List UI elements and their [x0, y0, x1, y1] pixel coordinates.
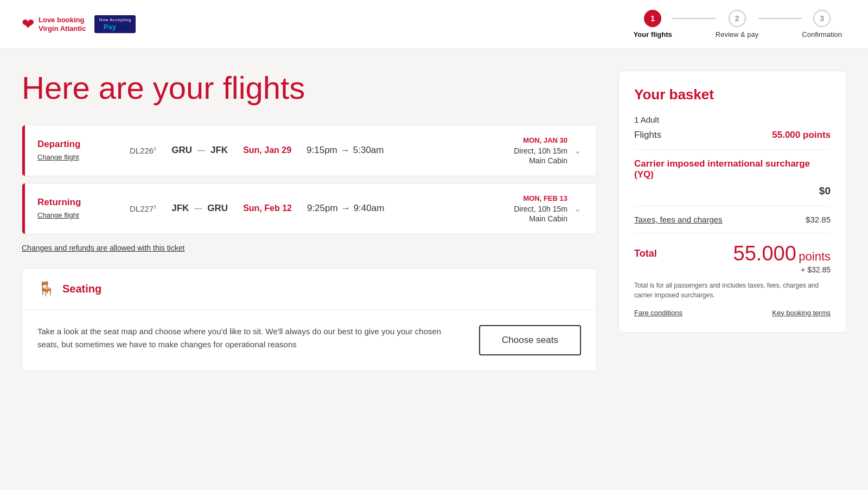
basket-panel: Your basket 1 Adult Flights 55.000 point… [618, 71, 846, 333]
step-connector-1-2 [672, 18, 716, 19]
departing-chevron-icon[interactable]: ⌄ [574, 145, 581, 156]
departing-route: GRU — JFK [171, 145, 228, 156]
total-section: Total 55.000 points + $32.85 [634, 242, 831, 274]
basket-flights-value: 55.000 points [772, 130, 831, 141]
returning-flight-details: DL2271 JFK — GRU Sun, Feb 12 9:25pm → 9:… [119, 203, 470, 214]
departing-from: GRU [171, 145, 192, 156]
returning-label: Returning [37, 197, 119, 208]
returning-chevron-icon[interactable]: ⌄ [574, 203, 581, 214]
virgin-atlantic-logo: ❤ Love booking Virgin Atlantic [22, 15, 86, 33]
refund-link[interactable]: Changes and refunds are allowed with thi… [22, 244, 184, 252]
returning-from: JFK [171, 203, 189, 214]
paypal-badge: Now Accepting PayPal [94, 15, 135, 33]
right-panel: Your basket 1 Adult Flights 55.000 point… [618, 71, 846, 371]
time-arrow-2-icon: → [341, 203, 350, 214]
returning-to: GRU [207, 203, 228, 214]
total-row: Total 55.000 points [634, 242, 831, 265]
basket-divider-1 [634, 149, 831, 150]
step-1: 1 Your flights [634, 10, 672, 39]
returning-arrival-date: MON, FEB 13 [470, 194, 567, 202]
departing-duration: Direct, 10h 15m [470, 147, 567, 155]
basket-divider-2 [634, 206, 831, 206]
route-arrow-icon: — [197, 146, 205, 155]
returning-times: 9:25pm → 9:40am [307, 203, 384, 214]
returning-duration: Direct, 10h 15m [470, 205, 567, 213]
basket-title: Your basket [634, 86, 831, 103]
step-1-label: Your flights [634, 30, 672, 39]
departing-flight-details: DL2261 GRU — JFK Sun, Jan 29 9:15pm → 5:… [119, 145, 470, 156]
departing-flight-number: DL2261 [130, 146, 156, 155]
time-arrow-icon: → [341, 145, 350, 156]
carrier-label: Carrier imposed international surcharge … [634, 158, 831, 181]
paypal-logo: PayPal [104, 23, 127, 31]
seating-description: Take a look at the seat map and choose w… [37, 325, 457, 351]
departing-depart-time: 9:15pm [307, 145, 337, 156]
departing-date: Sun, Jan 29 [243, 145, 291, 155]
seat-icon: 🪑 [37, 281, 55, 297]
logo-text: Love booking Virgin Atlantic [39, 16, 86, 33]
departing-label: Departing [37, 139, 119, 150]
basket-adult-label: 1 Adult [634, 115, 831, 124]
returning-cabin: Main Cabin [470, 214, 567, 223]
returning-flight-number: DL2271 [130, 204, 156, 213]
change-departing-flight-link[interactable]: Change flight [37, 153, 79, 161]
total-label: Total [634, 248, 657, 259]
departing-flight-card: Departing Change flight DL2261 GRU — JFK… [22, 125, 597, 176]
departing-cabin: Main Cabin [470, 156, 567, 165]
seating-header: 🪑 Seating [22, 269, 596, 310]
departing-arrival-date: MON, JAN 30 [470, 136, 567, 144]
left-panel: Here are your flights Departing Change f… [22, 71, 618, 371]
taxes-row: Taxes, fees and charges $32.85 [634, 215, 831, 224]
fare-conditions-link[interactable]: Fare conditions [634, 309, 682, 317]
returning-route: JFK — GRU [171, 203, 228, 214]
carrier-value: $0 [819, 185, 831, 196]
step-3-circle: 3 [813, 10, 831, 27]
departing-flight-left: Departing Change flight [37, 139, 119, 162]
seating-card: 🪑 Seating Take a look at the seat map an… [22, 268, 597, 371]
departing-to: JFK [210, 145, 228, 156]
heart-icon: ❤ [22, 15, 34, 33]
basket-divider-3 [634, 233, 831, 233]
seating-body: Take a look at the seat map and choose w… [22, 310, 596, 371]
change-returning-flight-link[interactable]: Change flight [37, 211, 79, 219]
taxes-value: $32.85 [806, 215, 831, 224]
returning-flight-right: MON, FEB 13 Direct, 10h 15m Main Cabin [470, 194, 567, 223]
departing-times: 9:15pm → 5:30am [307, 145, 384, 156]
departing-arrive-time: 5:30am [353, 145, 384, 156]
basket-flights-row: Flights 55.000 points [634, 130, 831, 141]
seating-title: Seating [62, 283, 101, 295]
key-booking-terms-link[interactable]: Key booking terms [772, 309, 831, 317]
step-3: 3 Confirmation [802, 10, 842, 39]
progress-steps: 1 Your flights 2 Review & pay 3 Confirma… [634, 10, 842, 39]
refund-notice: Changes and refunds are allowed with thi… [22, 243, 597, 253]
returning-arrive-time: 9:40am [354, 203, 385, 214]
total-cash: + $32.85 [634, 265, 831, 274]
header: ❤ Love booking Virgin Atlantic Now Accep… [0, 0, 868, 49]
step-2-circle: 2 [729, 10, 746, 27]
step-1-circle: 1 [644, 10, 661, 27]
basket-links: Fare conditions Key booking terms [634, 309, 831, 317]
total-value-block: 55.000 points [733, 242, 831, 265]
returning-flight-card: Returning Change flight DL2271 JFK — GRU… [22, 183, 597, 234]
basket-note: Total is for all passengers and includes… [634, 281, 831, 300]
logo-area: ❤ Love booking Virgin Atlantic Now Accep… [22, 15, 136, 33]
total-points: 55.000 [733, 242, 796, 265]
departing-flight-right: MON, JAN 30 Direct, 10h 15m Main Cabin [470, 136, 567, 165]
taxes-link[interactable]: Taxes, fees and charges [634, 215, 723, 224]
returning-flight-left: Returning Change flight [37, 197, 119, 220]
step-2: 2 Review & pay [716, 10, 758, 39]
basket-flights-label: Flights [634, 130, 661, 141]
total-points-label: points [799, 250, 831, 263]
page-title: Here are your flights [22, 71, 597, 105]
step-2-label: Review & pay [716, 30, 758, 39]
returning-date: Sun, Feb 12 [243, 203, 292, 213]
step-3-label: Confirmation [802, 30, 842, 39]
returning-depart-time: 9:25pm [307, 203, 338, 214]
route-arrow-2-icon: — [194, 204, 202, 213]
choose-seats-button[interactable]: Choose seats [479, 325, 581, 355]
step-connector-2-3 [758, 18, 802, 19]
main-layout: Here are your flights Departing Change f… [0, 49, 868, 393]
